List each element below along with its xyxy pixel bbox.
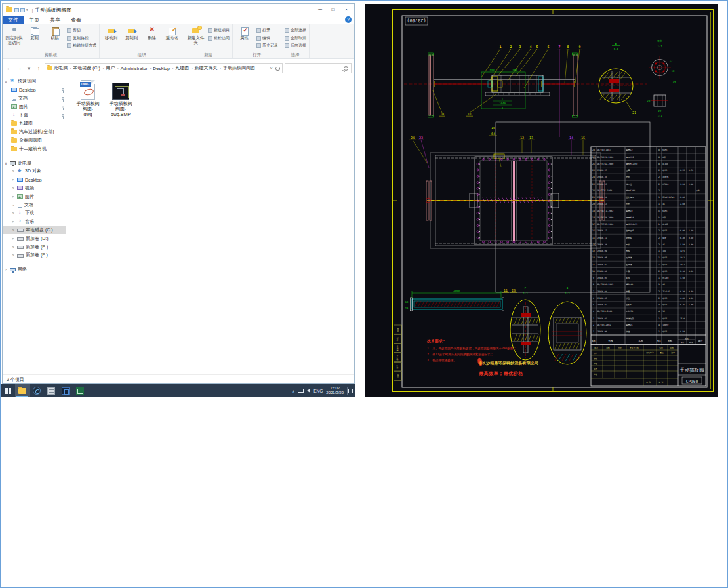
- sidebar-section-quick-access[interactable]: ∨ 快速访问: [3, 77, 66, 86]
- chevron-icon[interactable]: >: [11, 178, 15, 182]
- breadcrumb-item[interactable]: Desktop: [148, 66, 170, 71]
- sidebar-item[interactable]: > 图片: [3, 192, 66, 201]
- sidebar-item[interactable]: 下载: [3, 111, 66, 119]
- clock[interactable]: 15:022021/3/29: [326, 386, 344, 395]
- taskbar-app[interactable]: [30, 384, 44, 397]
- sidebar-item[interactable]: 九建图: [3, 119, 66, 128]
- ribbon-button[interactable]: 固定到快速访问: [4, 26, 24, 45]
- search-input[interactable]: [285, 66, 344, 71]
- close-button[interactable]: ×: [340, 5, 353, 15]
- sidebar-section-this-pc[interactable]: ∨ 此电脑: [3, 159, 66, 167]
- breadcrumb-item[interactable]: 手动插板阀阀图: [218, 65, 255, 71]
- search-box[interactable]: [285, 63, 352, 73]
- minimize-button[interactable]: ─: [313, 5, 327, 15]
- language-indicator[interactable]: ENG: [313, 389, 323, 393]
- sidebar-item[interactable]: 图片: [3, 102, 66, 111]
- chevron-icon[interactable]: >: [11, 186, 15, 190]
- forward-icon[interactable]: →: [15, 65, 23, 71]
- chevron-down-icon[interactable]: ▾: [26, 8, 28, 12]
- breadcrumb-item[interactable]: 本地磁盘 (C:): [68, 65, 100, 71]
- sidebar-item[interactable]: > 新加卷 (D:): [3, 234, 66, 243]
- chevron-icon[interactable]: >: [11, 203, 15, 207]
- ribbon-small-button[interactable]: 编辑: [256, 35, 278, 41]
- action-center-icon[interactable]: [347, 387, 354, 395]
- start-button[interactable]: [1, 384, 15, 397]
- sidebar-item[interactable]: > 新加卷 (F:): [3, 251, 66, 260]
- chevron-icon[interactable]: >: [11, 169, 15, 173]
- ribbon-small-button[interactable]: 粘贴快捷方式: [67, 43, 96, 49]
- taskbar-app[interactable]: [15, 384, 30, 397]
- file-item[interactable]: 手动插板阀阀图.dwg.BMP: [106, 79, 136, 117]
- chevron-icon[interactable]: >: [11, 245, 15, 249]
- sidebar-item[interactable]: > 下载: [3, 209, 66, 218]
- ribbon-tab[interactable]: 查看: [66, 16, 87, 24]
- chevron-icon[interactable]: >: [11, 228, 15, 232]
- sidebar-item[interactable]: > Desktop: [3, 176, 66, 184]
- ribbon-small-button[interactable]: 全部取消: [285, 35, 306, 41]
- title-bar[interactable]: ▾ | 手动插板阀阀图 ─ □ ×: [3, 4, 354, 16]
- breadcrumb-item[interactable]: 九建图: [170, 65, 189, 71]
- ribbon-tab[interactable]: 主页: [24, 16, 45, 24]
- ribbon-button[interactable]: 删除: [142, 26, 162, 41]
- ribbon-small-button[interactable]: 复制路径: [67, 35, 96, 41]
- ribbon-small-button[interactable]: 剪切: [67, 28, 96, 33]
- taskbar-app[interactable]: [58, 384, 73, 397]
- sidebar-item[interactable]: 十二建筑有机: [3, 144, 66, 153]
- ribbon-small-button[interactable]: 打开: [256, 28, 278, 33]
- up-icon[interactable]: ↑: [35, 65, 43, 71]
- quick-access-toolbar[interactable]: ▾: [14, 8, 28, 12]
- chevron-icon[interactable]: ∨: [4, 79, 8, 84]
- breadcrumb-item[interactable]: Administrator: [115, 66, 148, 71]
- ribbon-button[interactable]: 粘贴: [45, 26, 65, 41]
- breadcrumb-item[interactable]: 用户: [100, 65, 115, 71]
- ribbon-button[interactable]: 复制到: [121, 26, 142, 41]
- breadcrumb-item[interactable]: 此电脑: [54, 65, 68, 71]
- sidebar-section-network[interactable]: > 网络: [3, 265, 66, 274]
- taskbar-app[interactable]: [44, 384, 58, 397]
- sidebar-item[interactable]: > 音乐: [3, 218, 66, 226]
- sidebar-item[interactable]: > 新加卷 (E:): [3, 243, 66, 251]
- address-dropdown-icon[interactable]: ∨: [270, 66, 273, 71]
- ribbon-button[interactable]: 复制: [24, 26, 45, 41]
- refresh-icon[interactable]: [275, 66, 280, 71]
- tray-chevron-icon[interactable]: ∧: [292, 389, 294, 393]
- ribbon-button[interactable]: 移动到: [101, 26, 121, 41]
- file-item[interactable]: DWG 手动插板阀阀图.dwg: [73, 79, 103, 117]
- ribbon-tab[interactable]: 共享: [45, 16, 66, 24]
- recent-dropdown-icon[interactable]: ▾: [25, 65, 33, 71]
- cad-viewport[interactable]: (23760): [365, 4, 718, 397]
- chevron-icon[interactable]: ∨: [4, 161, 8, 165]
- speaker-icon[interactable]: [307, 389, 310, 393]
- help-icon[interactable]: ?: [345, 16, 352, 23]
- maximize-button[interactable]: □: [327, 5, 340, 15]
- ribbon-small-button[interactable]: 反向选择: [285, 43, 306, 49]
- ribbon-small-button[interactable]: 历史记录: [256, 43, 278, 49]
- back-icon[interactable]: ←: [5, 65, 13, 71]
- ribbon-small-button[interactable]: 轻松访问: [208, 35, 230, 41]
- sidebar-item[interactable]: Desktop: [3, 86, 66, 94]
- chevron-icon[interactable]: >: [11, 211, 15, 215]
- taskbar-app[interactable]: [73, 384, 87, 397]
- chevron-icon[interactable]: >: [11, 237, 15, 241]
- chevron-icon[interactable]: >: [11, 220, 15, 224]
- qat-icon[interactable]: [20, 8, 25, 12]
- chevron-icon[interactable]: >: [4, 267, 8, 271]
- ribbon-small-button[interactable]: 全部选择: [285, 28, 306, 33]
- sidebar-item[interactable]: > 3D 对象: [3, 167, 66, 176]
- sidebar-item[interactable]: > 视频: [3, 184, 66, 193]
- sidebar-item[interactable]: > 本地磁盘 (C:): [3, 226, 66, 235]
- chevron-icon[interactable]: >: [11, 195, 15, 199]
- sidebar-item[interactable]: 金泰阀阀图: [3, 136, 66, 145]
- ribbon-small-button[interactable]: 新建项目: [208, 28, 230, 33]
- sidebar-item[interactable]: 文档: [3, 94, 66, 103]
- chevron-icon[interactable]: >: [11, 253, 15, 257]
- qat-icon[interactable]: [14, 8, 19, 12]
- sidebar-item[interactable]: > 文档: [3, 201, 66, 209]
- ribbon-button[interactable]: 属性: [234, 26, 254, 41]
- address-bar[interactable]: 此电脑本地磁盘 (C:)用户AdministratorDesktop九建图新建文…: [45, 63, 283, 73]
- display-icon[interactable]: [298, 389, 304, 393]
- sidebar-item[interactable]: 汽车过滤机(全部): [3, 128, 66, 136]
- ribbon-button[interactable]: 重命名: [162, 26, 182, 41]
- ribbon-button[interactable]: 新建文件夹: [186, 26, 206, 45]
- breadcrumb-item[interactable]: 新建文件夹: [189, 65, 217, 71]
